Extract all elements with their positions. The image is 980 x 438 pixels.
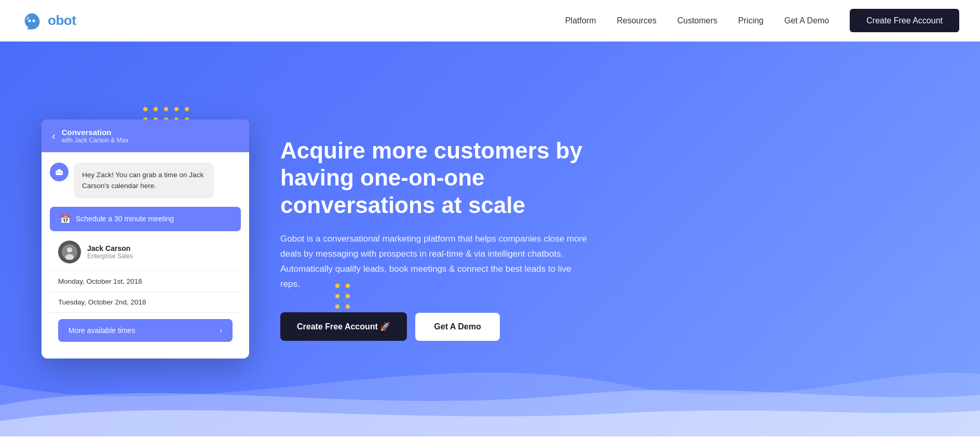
logo-icon [21,9,44,32]
hero-description: Gobot is a conversational marketing plat… [280,232,592,292]
schedule-button-label: Schedule a 30 minute meeting [76,215,174,223]
more-times-button[interactable]: More available times › [58,319,233,342]
date-row-1[interactable]: Monday, October 1st, 2018 [50,271,241,292]
hero-text: Acquire more customers by having one-on-… [280,137,592,341]
chat-header: ‹ Conversation with Jack Carson & Max [42,120,249,152]
person-avatar-icon [62,244,77,260]
chat-body: Hey Zack! You can grab a time on Jack Ca… [42,152,249,359]
chat-header-subtitle: with Jack Carson & Max [62,137,129,144]
nav-get-demo[interactable]: Get A Demo [784,16,829,25]
hero-create-account-button[interactable]: Create Free Account 🚀 [280,312,407,341]
nav-pricing[interactable]: Pricing [738,16,764,25]
nav-customers[interactable]: Customers [677,16,717,25]
svg-point-25 [58,172,59,174]
chat-bot-avatar [50,163,69,181]
chat-widget: ‹ Conversation with Jack Carson & Max [42,120,249,359]
svg-point-26 [60,172,61,174]
svg-point-1 [33,19,35,22]
person-row: Jack Carson Enterprise Sales [50,233,241,271]
arrow-right-icon: › [220,326,222,335]
bot-icon [55,167,64,177]
logo-text: obot [48,12,76,29]
hero-section: ‹ Conversation with Jack Carson & Max [0,42,980,436]
schedule-button[interactable]: 📅 Schedule a 30 minute meeting [50,207,241,231]
chat-header-title: Conversation [62,128,129,137]
nav-resources[interactable]: Resources [617,16,656,25]
logo[interactable]: obot [21,9,76,32]
nav-platform[interactable]: Platform [565,16,596,25]
nav-links: Platform Resources Customers Pricing Get… [565,16,959,25]
svg-point-28 [67,247,72,253]
more-times-label: More available times [69,326,135,335]
navbar: obot Platform Resources Customers Pricin… [0,0,980,42]
person-role: Enterprise Sales [87,253,133,260]
svg-rect-24 [58,169,61,171]
svg-point-0 [29,19,31,22]
person-avatar [58,241,81,263]
person-name: Jack Carson [87,244,133,253]
chat-bubble: Hey Zack! You can grab a time on Jack Ca… [74,163,214,198]
hero-get-demo-button[interactable]: Get A Demo [415,313,499,341]
calendar-icon: 📅 [60,214,71,224]
date-row-2[interactable]: Tuesday, October 2nd, 2018 [50,292,241,313]
hero-heading: Acquire more customers by having one-on-… [280,137,592,219]
chat-back-button[interactable]: ‹ [52,130,56,142]
chat-message-row: Hey Zack! You can grab a time on Jack Ca… [50,163,241,198]
hero-content: ‹ Conversation with Jack Carson & Max [0,88,980,390]
nav-create-account-button[interactable]: Create Free Account [850,9,959,32]
svg-rect-23 [56,170,63,175]
person-info: Jack Carson Enterprise Sales [87,244,133,260]
hero-buttons: Create Free Account 🚀 Get A Demo [280,312,592,341]
